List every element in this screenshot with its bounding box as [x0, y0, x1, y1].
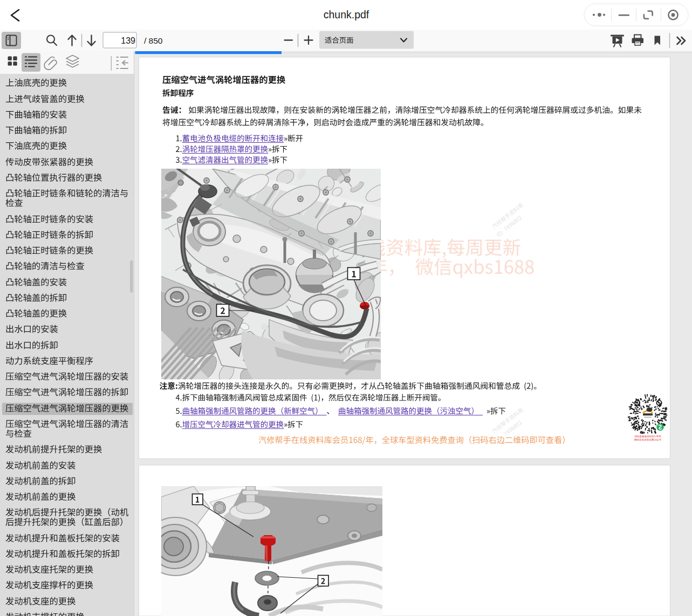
svg-text:/ 850: / 850: [144, 36, 163, 45]
svg-text:chunk.pdf: chunk.pdf: [324, 9, 369, 20]
svg-text:139: 139: [121, 36, 135, 45]
